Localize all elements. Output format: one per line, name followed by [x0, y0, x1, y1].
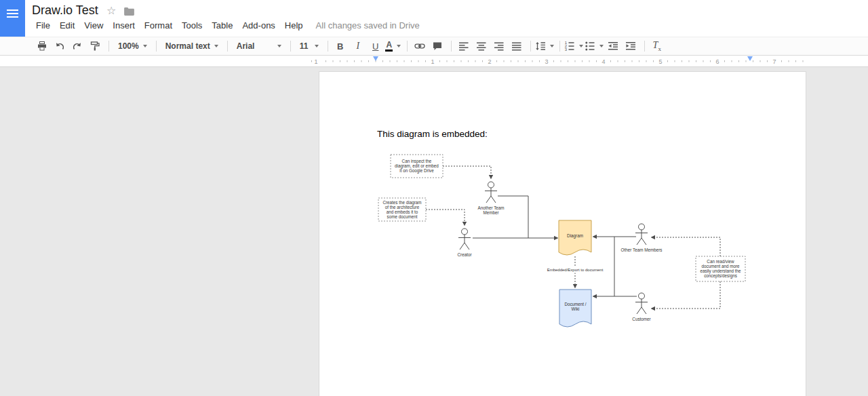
clear-formatting-icon: Tx [653, 40, 661, 52]
align-justify-button[interactable] [509, 39, 525, 54]
chevron-down-icon [579, 45, 583, 47]
link-icon [414, 41, 425, 52]
bold-icon: B [337, 41, 343, 52]
menu-addons[interactable]: Add-ons [237, 20, 279, 31]
redo-button[interactable] [69, 39, 85, 54]
align-right-button[interactable] [491, 39, 507, 54]
docs-home-button[interactable] [0, 0, 25, 37]
menu-file[interactable]: File [31, 20, 55, 31]
note-box-2: Creates the diagramof the architecturean… [378, 198, 426, 221]
bulleted-list-button[interactable] [585, 39, 604, 54]
text-color-icon: A [385, 41, 393, 52]
bold-button[interactable]: B [332, 39, 349, 54]
redo-icon [72, 41, 83, 52]
italic-icon: I [356, 41, 359, 52]
left-indent-marker[interactable] [373, 56, 378, 61]
star-icon[interactable]: ☆ [106, 5, 116, 17]
shape-document-wiki: Document /Wiki [559, 290, 591, 327]
header: Draw.io Test ☆ File Edit View Insert For… [0, 0, 868, 37]
document-page[interactable]: This diagram is embedded: Can inspect th… [319, 71, 806, 396]
hamburger-line [7, 13, 18, 14]
toolbar-separator [559, 41, 560, 52]
svg-text:Creator: Creator [458, 252, 472, 257]
menu-format[interactable]: Format [140, 20, 177, 31]
menu-view[interactable]: View [79, 20, 108, 31]
svg-text:Embedded/Export to document: Embedded/Export to document [547, 268, 604, 272]
font-value: Arial [237, 41, 255, 51]
align-center-button[interactable] [473, 39, 490, 54]
align-center-icon [476, 41, 487, 52]
note-read-to-team-members-connector [652, 237, 720, 256]
toolbar-separator [644, 41, 645, 52]
chevron-down-icon [397, 45, 401, 47]
underline-button[interactable]: U [368, 39, 384, 54]
note-box-3: Can read/viewdocument and moreeasily und… [696, 256, 745, 281]
embedded-diagram[interactable]: Can inspect thediagram, edit or embedit … [374, 148, 753, 338]
svg-text:Can read/view: Can read/view [707, 259, 734, 264]
note-box-1: Can inspect thediagram, edit or embedit … [391, 155, 443, 178]
document-canvas: This diagram is embedded: Can inspect th… [0, 67, 868, 396]
svg-text:Document /: Document / [564, 302, 586, 306]
svg-text:Customer: Customer [632, 317, 650, 321]
menu-insert[interactable]: Insert [108, 20, 140, 31]
line-spacing-button[interactable] [535, 39, 554, 54]
save-status[interactable]: All changes saved in Drive [316, 20, 420, 31]
folder-icon[interactable] [124, 7, 134, 16]
document-heading[interactable]: This diagram is embedded: [377, 129, 488, 139]
ruler-number: 1 [431, 58, 434, 65]
menu-tools[interactable]: Tools [177, 20, 207, 31]
svg-text:Wiki: Wiki [572, 306, 580, 311]
toolbar-separator [530, 41, 531, 52]
numbered-list-button[interactable]: 1 2 3 [564, 39, 583, 54]
chevron-down-icon [143, 45, 147, 47]
ruler-number: 1 [314, 58, 317, 65]
hamburger-line [7, 9, 18, 11]
font-size-dropdown[interactable]: 11 [295, 39, 323, 54]
menu-bar: File Edit View Insert Format Tools Table… [31, 18, 420, 32]
document-title[interactable]: Draw.io Test [32, 3, 98, 18]
svg-text:and embeds it to: and embeds it to [387, 210, 418, 214]
toolbar-separator [227, 41, 228, 52]
svg-text:Other Team Members: Other Team Members [621, 248, 663, 252]
svg-text:it on Google Drive: it on Google Drive [399, 168, 434, 174]
ruler-number: 3 [545, 58, 548, 65]
zoom-dropdown[interactable]: 100% [113, 39, 152, 54]
toolbar-separator [407, 41, 408, 52]
menu-table[interactable]: Table [207, 20, 237, 31]
actor-another-team-member: Another TeamMember [477, 182, 504, 215]
insert-link-button[interactable] [412, 39, 428, 54]
actor-other-team-members: Other Team Members [621, 224, 663, 252]
underline-icon: U [372, 41, 378, 52]
another-team-member-connector [498, 196, 528, 238]
right-indent-marker[interactable] [747, 56, 753, 61]
toolbar-separator [156, 41, 157, 52]
font-size-value: 11 [300, 41, 309, 51]
insert-comment-button[interactable] [429, 39, 446, 54]
ruler-number: 2 [488, 58, 491, 65]
italic-button[interactable]: I [350, 39, 366, 54]
ruler-number: 5 [658, 58, 662, 65]
ruler: 11234567 [0, 56, 868, 66]
clear-formatting-button[interactable]: Tx [649, 39, 665, 54]
menu-edit[interactable]: Edit [55, 20, 79, 31]
decrease-indent-button[interactable] [605, 39, 621, 54]
toolbar: 100% Normal text Arial 11 B I U A [0, 37, 868, 56]
shape-diagram: Diagram [559, 220, 591, 255]
menu-help[interactable]: Help [280, 20, 308, 31]
toolbar-separator [328, 41, 328, 52]
increase-indent-button[interactable] [623, 39, 639, 54]
ruler-number: 6 [715, 58, 719, 65]
chevron-down-icon [315, 45, 319, 47]
print-button[interactable] [34, 39, 50, 54]
undo-button[interactable] [52, 39, 68, 54]
chevron-down-icon [277, 45, 281, 47]
align-justify-icon [511, 41, 522, 52]
text-color-button[interactable]: A [385, 39, 401, 54]
font-dropdown[interactable]: Arial [232, 39, 286, 54]
svg-text:concepts/designs: concepts/designs [704, 273, 737, 279]
paint-format-button[interactable] [87, 39, 103, 54]
paragraph-style-dropdown[interactable]: Normal text [161, 39, 223, 54]
ruler-strip: 11234567 [0, 56, 868, 67]
align-right-icon [494, 41, 505, 52]
align-left-button[interactable] [456, 39, 472, 54]
